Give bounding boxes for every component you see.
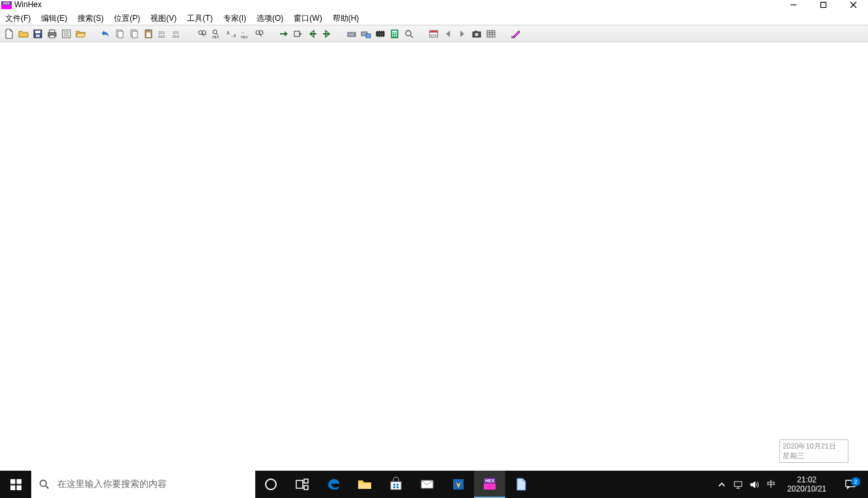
svg-rect-47	[376, 32, 384, 36]
undo-icon[interactable]	[99, 27, 112, 40]
menu-search[interactable]: 搜索(S)	[72, 12, 109, 25]
svg-text:010: 010	[173, 35, 180, 38]
print-icon[interactable]	[46, 27, 59, 40]
svg-text:HEX: HEX	[485, 478, 495, 483]
svg-rect-79	[512, 36, 514, 38]
calculator-icon[interactable]	[388, 27, 401, 40]
open-disk-icon[interactable]	[345, 27, 358, 40]
search-placeholder: 在这里输入你要搜索的内容	[57, 478, 167, 490]
svg-rect-63	[396, 35, 397, 36]
store-icon[interactable]	[380, 471, 412, 498]
back-icon[interactable]	[306, 27, 319, 40]
taskbar-apps: HEX	[255, 471, 537, 498]
clock-tooltip: 2020年10月21日 星期三	[779, 439, 848, 463]
find-again-icon[interactable]	[253, 27, 266, 40]
menu-position[interactable]: 位置(P)	[109, 12, 145, 25]
svg-text:A: A	[227, 31, 230, 35]
prev-sector-icon[interactable]	[441, 27, 455, 40]
svg-rect-1	[820, 3, 826, 8]
clock-time: 21:02	[787, 475, 826, 484]
close-button[interactable]	[838, 0, 868, 12]
snapshot-icon[interactable]	[470, 27, 483, 40]
next-sector-icon[interactable]	[456, 27, 469, 40]
open-file-icon[interactable]	[17, 27, 30, 40]
cortana-icon[interactable]	[255, 471, 287, 498]
svg-rect-46	[366, 34, 371, 38]
find-text-icon[interactable]: A↔B	[224, 27, 237, 40]
action-center-icon[interactable]: 2	[837, 478, 864, 490]
forward-icon[interactable]	[320, 27, 333, 40]
svg-point-44	[354, 34, 355, 35]
svg-rect-92	[393, 484, 395, 486]
start-button[interactable]	[0, 471, 31, 498]
window-title: WinHex	[14, 0, 42, 9]
maximize-button[interactable]	[808, 0, 838, 12]
svg-text:↔: ↔	[241, 31, 245, 35]
disk-tools-icon[interactable]	[359, 27, 372, 40]
copy-icon[interactable]	[128, 27, 141, 40]
menu-edit[interactable]: 编辑(E)	[36, 12, 72, 25]
data-inspector-icon[interactable]	[484, 27, 497, 40]
taskbar: 在这里输入你要搜索的内容 HEX	[0, 471, 868, 498]
svg-rect-8	[49, 30, 55, 33]
ram-editor-icon[interactable]	[374, 27, 387, 40]
menu-options[interactable]: 选项(O)	[251, 12, 288, 25]
cut-icon[interactable]	[113, 27, 126, 40]
svg-point-84	[40, 480, 47, 487]
svg-point-69	[433, 35, 434, 36]
svg-rect-80	[10, 479, 15, 484]
find-hex-icon[interactable]: HEX	[210, 27, 223, 40]
help-icon[interactable]	[509, 27, 522, 40]
svg-rect-74	[487, 31, 495, 37]
svg-text:HEX: HEX	[241, 35, 248, 39]
menu-file[interactable]: 文件(F)	[0, 12, 36, 25]
volume-icon[interactable]	[749, 480, 759, 490]
svg-point-68	[431, 35, 432, 36]
analyze-icon[interactable]	[402, 27, 415, 40]
menu-window[interactable]: 窗口(W)	[288, 12, 327, 25]
svg-rect-57	[392, 31, 397, 33]
taskbar-search[interactable]: 在这里输入你要搜索的内容	[31, 471, 255, 498]
tray-overflow-icon[interactable]	[717, 480, 727, 490]
svg-rect-95	[397, 486, 399, 488]
paste-bits-icon[interactable]: 101010	[156, 27, 169, 40]
app-running-icon[interactable]	[505, 471, 537, 498]
task-view-icon[interactable]	[287, 471, 318, 498]
svg-rect-60	[396, 33, 397, 35]
new-file-icon[interactable]	[3, 27, 16, 40]
svg-rect-15	[118, 31, 123, 38]
client-area	[0, 42, 868, 471]
paste-hex-icon[interactable]: 101010	[171, 27, 184, 40]
svg-line-85	[46, 486, 48, 488]
app-pinned-icon[interactable]	[443, 471, 474, 498]
titlebar-left: HEX WinHex	[0, 0, 42, 9]
replace-hex-icon[interactable]: ↔HEX	[238, 27, 251, 40]
open-folder-icon[interactable]	[74, 27, 87, 40]
menu-view[interactable]: 视图(V)	[145, 12, 182, 25]
file-explorer-icon[interactable]	[349, 471, 380, 498]
mail-icon[interactable]	[412, 471, 443, 498]
svg-rect-89	[304, 486, 308, 490]
ime-indicator[interactable]: 中	[766, 478, 777, 490]
edge-icon[interactable]	[318, 471, 349, 498]
goto-offset-icon[interactable]	[292, 27, 305, 40]
svg-point-64	[406, 31, 411, 36]
svg-rect-73	[475, 31, 477, 32]
svg-point-72	[475, 33, 479, 36]
winhex-taskbar-icon[interactable]: HEX	[474, 471, 505, 498]
goto-icon[interactable]	[277, 27, 290, 40]
menu-help[interactable]: 帮助(H)	[328, 12, 365, 25]
network-icon[interactable]	[733, 480, 743, 490]
properties-icon[interactable]	[60, 27, 73, 40]
menu-expert[interactable]: 专家(I)	[218, 12, 251, 25]
menu-tools[interactable]: 工具(T)	[182, 12, 217, 25]
svg-line-65	[410, 35, 413, 38]
paste-icon[interactable]	[142, 27, 155, 40]
taskbar-clock[interactable]: 21:02 2020/10/21	[783, 475, 830, 493]
find-icon[interactable]	[195, 27, 208, 40]
svg-rect-67	[430, 31, 438, 33]
position-manager-icon[interactable]	[427, 27, 440, 40]
save-icon[interactable]	[31, 27, 44, 40]
svg-rect-90	[358, 484, 371, 489]
minimize-button[interactable]	[778, 0, 808, 12]
